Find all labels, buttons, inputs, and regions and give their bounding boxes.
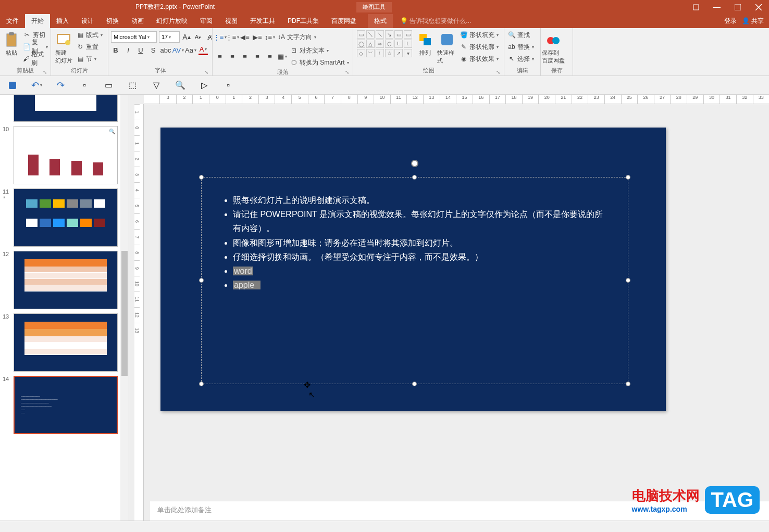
paragraph-launcher[interactable]: ⤡ [345,69,349,75]
maximize-button[interactable] [727,0,748,14]
bullet-item-selected[interactable]: word [233,264,607,278]
tab-design[interactable]: 设计 [75,14,100,28]
resize-handle-se[interactable] [626,382,630,386]
tab-view[interactable]: 视图 [219,14,244,28]
bullet-item[interactable]: 照每张幻灯片上的说明创建演示文稿。 [233,193,607,207]
decrease-font-button[interactable]: A▾ [193,32,203,42]
qat-btn-10[interactable]: ▫ [223,80,233,91]
thumb-scrollbar[interactable] [120,95,129,521]
replace-button[interactable]: ab替换▾ [507,41,534,53]
tab-review[interactable]: 审阅 [194,14,219,28]
select-button[interactable]: ↖选择▾ [507,53,534,65]
slide-thumb-13[interactable] [14,313,118,372]
bullet-item-selected[interactable]: apple [233,278,607,292]
tab-animations[interactable]: 动画 [125,14,150,28]
slide-thumb-11[interactable] [14,188,118,247]
font-name-selector[interactable]: Microsoft Yal▾ [111,31,157,43]
font-launcher[interactable]: ⤡ [204,69,208,75]
tab-transitions[interactable]: 切换 [100,14,125,28]
resize-handle-sw[interactable] [199,382,204,386]
shape-effects-button[interactable]: ◉形状效果▾ [459,53,499,65]
tab-format[interactable]: 格式 [368,14,393,28]
bullet-list[interactable]: 照每张幻灯片上的说明创建演示文稿。 请记住 POWERPOINT 是演示文稿的视… [202,178,628,308]
quick-styles-button[interactable]: 快速样式 [437,29,457,65]
change-case-button[interactable]: Aa▾ [186,45,195,55]
qat-btn-8[interactable]: 🔍 [175,80,185,91]
section-button[interactable]: ▤节▾ [76,53,103,65]
align-center-button[interactable]: ≡ [228,52,237,62]
qat-btn-5[interactable]: ▭ [103,80,114,91]
shapes-gallery[interactable]: ▭＼＼↘▭▭ ◯△⇨⬡ＬＬ ◇﹀﹛☆↗▾ [356,29,413,58]
drawing-launcher[interactable]: ⤡ [496,69,500,75]
slide-thumb-12[interactable] [14,251,118,309]
slide-canvas[interactable]: 照每张幻灯片上的说明创建演示文稿。 请记住 POWERPOINT 是演示文稿的视… [160,128,666,411]
tab-slideshow[interactable]: 幻灯片放映 [150,14,194,28]
qat-btn-9[interactable]: ▷ [199,80,209,91]
slide-thumb-10[interactable]: 🔍 [14,126,118,184]
qat-btn-7[interactable]: ▽ [151,80,162,91]
strikethrough-button[interactable]: S [148,45,158,55]
qat-btn-6[interactable]: ⬚ [127,80,138,91]
find-button[interactable]: 🔍查找 [507,29,534,41]
bullet-item[interactable]: 仔细选择切换和动画。（希望受众如何专注于内容，而不是效果。） [233,250,607,264]
align-text-button[interactable]: ⊡对齐文本▾ [289,45,349,56]
tab-insert[interactable]: 插入 [50,14,75,28]
share-button[interactable]: 👤 共享 [742,17,764,26]
redo-button[interactable]: ↷ [55,80,66,91]
tab-developer[interactable]: 开发工具 [244,14,281,28]
format-painter-button[interactable]: 🖌格式刷 [22,53,48,65]
rotation-handle[interactable] [411,160,418,167]
undo-button[interactable]: ↶▾ [31,80,42,91]
clipboard-launcher[interactable]: ⤡ [43,69,47,75]
tab-file[interactable]: 文件 [0,14,25,28]
resize-handle-nw[interactable] [199,175,204,180]
layout-button[interactable]: ▦版式▾ [76,29,103,41]
char-spacing-button[interactable]: AV▾ [173,45,183,55]
shadow-button[interactable]: abc [161,45,170,55]
shape-fill-button[interactable]: 🪣形状填充▾ [459,29,499,41]
resize-handle-s[interactable] [412,382,417,386]
underline-button[interactable]: U [136,45,145,55]
new-slide-button[interactable]: 新建 幻灯片 [54,29,73,65]
resize-handle-w[interactable] [199,278,204,283]
bullet-item[interactable]: 图像和图形可增加趣味；请务必在适当时将其添加到幻灯片。 [233,236,607,250]
tab-baidu[interactable]: 百度网盘 [325,14,363,28]
decrease-indent-button[interactable]: ◀≡ [240,32,250,42]
align-left-button[interactable]: ≡ [215,52,225,62]
arrange-button[interactable]: 排列 [415,29,435,57]
close-button[interactable] [748,0,769,14]
minimize-button[interactable] [706,0,727,14]
smartart-button[interactable]: ⬡转换为 SmartArt▾ [289,57,349,68]
bullet-item[interactable]: 请记住 POWERPOINT 是演示文稿的视觉效果。每张幻灯片上的文字仅作为论点… [233,207,607,235]
slide-thumbnails-panel[interactable]: 10 🔍 11 * 12 13 [0,95,129,521]
increase-indent-button[interactable]: ▶≡ [253,32,262,42]
font-color-button[interactable]: A▾ [199,45,208,55]
qat-btn-4[interactable]: ▫ [79,80,90,91]
shape-outline-button[interactable]: ✎形状轮廓▾ [459,41,499,53]
columns-button[interactable]: ▦▾ [278,52,287,62]
slide-thumb-9[interactable] [14,95,118,122]
login-link[interactable]: 登录 [724,17,737,26]
increase-font-button[interactable]: A▴ [182,32,191,42]
save-button[interactable] [7,80,18,91]
tab-pdf[interactable]: PDF工具集 [281,14,325,28]
paste-button[interactable]: 粘贴 [3,29,20,57]
font-size-selector[interactable]: 17▾ [159,31,180,43]
numbering-button[interactable]: ⋮≡▾ [228,32,237,42]
bullets-button[interactable]: ⋮≡▾ [215,32,225,42]
horizontal-ruler[interactable]: 3210123456789101112131415161718192021222… [144,95,769,104]
resize-handle-n[interactable] [412,175,417,180]
tab-home[interactable]: 开始 [25,14,50,28]
vertical-ruler[interactable]: 1012345678910111213 [134,104,144,521]
line-spacing-button[interactable]: ↕≡▾ [265,32,275,42]
resize-handle-e[interactable] [626,278,630,283]
reset-button[interactable]: ↻重置 [76,41,103,53]
save-to-baidu-button[interactable]: 保存到 百度网盘 [543,29,563,65]
justify-button[interactable]: ≡ [253,52,262,62]
distribute-button[interactable]: ≡ [265,52,275,62]
tell-me-search[interactable]: 💡 告诉我您想要做什么... [393,17,471,26]
align-right-button[interactable]: ≡ [240,52,250,62]
content-textbox[interactable]: 照每张幻灯片上的说明创建演示文稿。 请记住 POWERPOINT 是演示文稿的视… [201,177,628,384]
bold-button[interactable]: B [111,45,120,55]
text-direction-button[interactable]: ↕A文字方向▾ [277,31,316,43]
